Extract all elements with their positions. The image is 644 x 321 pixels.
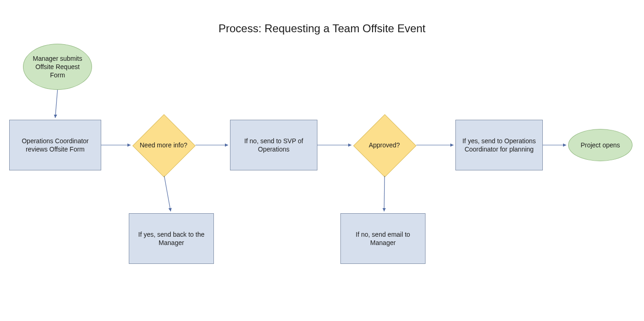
svg-line-3 — [164, 176, 171, 211]
flowchart-canvas: Manager submits Offsite Request Form Ope… — [0, 0, 644, 321]
svg-line-6 — [384, 176, 385, 211]
svg-line-0 — [55, 90, 58, 118]
connectors — [0, 0, 644, 321]
